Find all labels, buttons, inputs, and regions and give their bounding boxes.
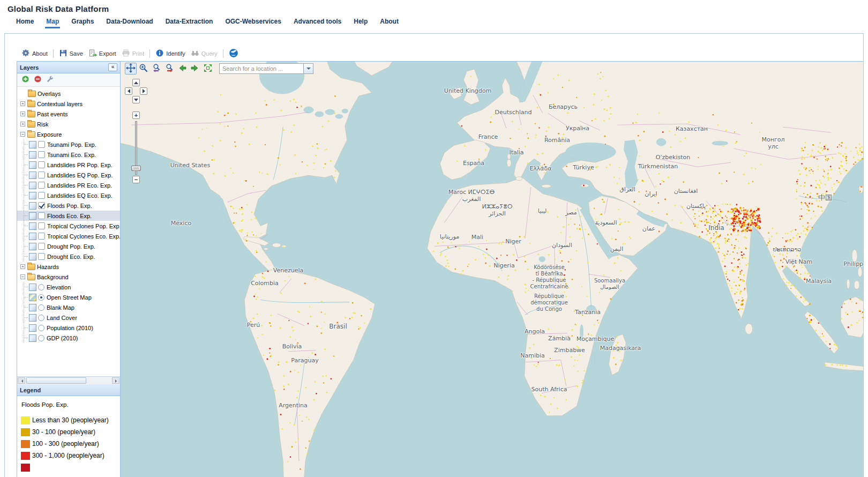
zoom-previous-tool[interactable] — [151, 63, 162, 74]
nav-graphs[interactable]: Graphs — [70, 17, 95, 28]
layer-settings-button[interactable] — [46, 76, 54, 84]
layer-radio[interactable] — [38, 304, 44, 311]
tree-item-hazards[interactable]: +Hazards — [17, 262, 120, 272]
remove-layer-button[interactable] — [33, 76, 42, 84]
expander-minus[interactable]: − — [20, 132, 25, 137]
tree-item-population-2010[interactable]: Population (2010) — [17, 323, 120, 333]
identify-button[interactable]: Identify — [153, 47, 188, 60]
expander-plus[interactable]: + — [20, 122, 25, 126]
tree-item-tsunami-eco-exp[interactable]: Tsunami Eco. Exp. — [17, 150, 120, 160]
layer-radio[interactable] — [38, 284, 44, 290]
tree-elbow — [20, 200, 29, 211]
tree-item-contextual-layers[interactable]: +Contextual layers — [17, 99, 120, 109]
max-extent-button[interactable] — [202, 63, 214, 74]
tree-item-tsunami-pop-exp[interactable]: Tsunami Pop. Exp. — [17, 139, 120, 150]
tree-item-drought-pop-exp[interactable]: Drought Pop. Exp. — [17, 241, 120, 251]
tree-item-tropical-cyclones-eco-exp[interactable]: Tropical Cyclones Eco. Exp. — [17, 231, 120, 241]
tree-item-tropical-cyclones-pop-exp[interactable]: Tropical Cyclones Pop. Exp. — [17, 221, 120, 231]
tree-item-blank-map[interactable]: Blank Map — [17, 302, 120, 312]
google-earth-button[interactable] — [226, 47, 241, 61]
map-viewport[interactable]: United KingdomБеларусьDeutschlandУкраїна… — [121, 61, 863, 477]
zoom-slider-handle[interactable] — [131, 166, 141, 171]
layer-checkbox[interactable] — [38, 192, 45, 199]
scroll-right-button[interactable] — [112, 377, 119, 384]
nav-advanced-tools[interactable]: Advanced tools — [293, 17, 342, 28]
history-back-button[interactable] — [176, 63, 188, 74]
pan-east-button[interactable] — [140, 87, 147, 95]
nav-data-extraction[interactable]: Data-Extraction — [164, 17, 214, 28]
expander-plus[interactable]: + — [20, 264, 25, 269]
expander-minus[interactable]: − — [20, 274, 25, 279]
scroll-left-button[interactable] — [18, 377, 25, 384]
tree-item-drought-eco-exp[interactable]: Drought Eco. Exp. — [17, 251, 120, 262]
tree-horizontal-scrollbar[interactable] — [17, 376, 120, 384]
tree-elbow — [20, 160, 29, 170]
export-button[interactable]: Export — [86, 47, 119, 60]
tree-item-past-events[interactable]: +Past events — [17, 109, 120, 119]
zoom-in-button[interactable]: + — [132, 111, 140, 119]
history-forward-button[interactable] — [189, 63, 201, 74]
layer-checkbox[interactable] — [38, 141, 45, 148]
expander-plus[interactable]: + — [20, 111, 25, 116]
scrollbar-thumb[interactable] — [26, 377, 86, 384]
nav-help[interactable]: Help — [353, 17, 369, 28]
zoom-out-button[interactable]: − — [132, 176, 140, 183]
save-button[interactable]: Save — [56, 47, 86, 60]
layer-radio[interactable] — [38, 315, 44, 321]
add-layer-button[interactable] — [21, 76, 29, 84]
nav-map[interactable]: Map — [45, 17, 60, 28]
tree-item-landslides-eq-pop-exp[interactable]: Landslides EQ Pop. Exp. — [17, 170, 120, 180]
tree-item-floods-pop-exp[interactable]: Floods Pop. Exp. — [17, 200, 120, 211]
layer-radio[interactable] — [38, 335, 44, 341]
tree-item-elevation[interactable]: Elevation — [17, 282, 120, 292]
tree-item-landslides-pr-pop-exp[interactable]: Landslides PR Pop. Exp. — [17, 160, 120, 170]
collapse-panel-button[interactable]: « — [108, 63, 117, 71]
layer-checkbox[interactable] — [38, 172, 45, 178]
combo-dropdown-trigger[interactable] — [304, 63, 313, 74]
toolbar-separator — [149, 49, 150, 58]
tree-item-overlays[interactable]: Overlays — [17, 88, 120, 99]
nav-home[interactable]: Home — [15, 17, 35, 28]
export-label: Export — [99, 50, 116, 57]
legend-label: 300 - 1,000 (people/year) — [32, 452, 104, 459]
layer-checkbox[interactable] — [38, 161, 45, 168]
pan-south-button[interactable] — [132, 96, 140, 103]
location-search-input[interactable] — [219, 63, 304, 74]
layer-icon — [29, 324, 36, 332]
layer-checkbox[interactable] — [38, 233, 45, 240]
tree-item-risk[interactable]: +Risk — [17, 119, 120, 129]
query-button[interactable]: Query — [188, 47, 220, 60]
print-button[interactable]: Print — [119, 47, 147, 60]
expander-plus[interactable]: + — [20, 101, 25, 106]
layer-checkbox[interactable] — [38, 222, 45, 229]
nav-ogc-webservices[interactable]: OGC-Webservices — [224, 17, 282, 28]
layer-checkbox[interactable] — [38, 212, 45, 219]
pan-tool[interactable] — [125, 63, 137, 74]
nav-about[interactable]: About — [379, 17, 400, 28]
tree-item-floods-eco-exp[interactable]: Floods Eco. Exp. — [17, 211, 120, 221]
layer-radio[interactable] — [38, 325, 44, 331]
tree-item-landslides-pr-eco-exp[interactable]: Landslides PR Eco. Exp. — [17, 180, 120, 190]
tree-item-label: Landslides EQ Eco. Exp. — [47, 192, 113, 199]
layer-checkbox[interactable] — [38, 202, 45, 209]
zoom-next-tool[interactable] — [163, 63, 175, 74]
tree-item-landslides-eq-eco-exp[interactable]: Landslides EQ Eco. Exp. — [17, 190, 120, 200]
tree-item-open-street-map[interactable]: Open Street Map — [17, 292, 120, 302]
nav-data-download[interactable]: Data-Download — [105, 17, 154, 28]
zoom-in-tool[interactable] — [138, 63, 149, 74]
pan-west-button[interactable] — [125, 87, 132, 95]
tree-item-exposure[interactable]: −Exposure — [17, 129, 120, 139]
layer-checkbox[interactable] — [38, 253, 45, 260]
layer-checkbox[interactable] — [38, 151, 45, 158]
tree-item-land-cover[interactable]: Land Cover — [17, 312, 120, 323]
legend-swatch — [21, 428, 30, 436]
tree-item-gdp-2010[interactable]: GDP (2010) — [17, 333, 120, 343]
about-button[interactable]: About — [19, 47, 50, 60]
tree-item-background[interactable]: −Background — [17, 272, 120, 282]
layer-checkbox[interactable] — [38, 243, 45, 250]
layers-panel-title: Layers — [20, 64, 39, 71]
wrench-icon — [46, 75, 54, 85]
layer-checkbox[interactable] — [38, 182, 45, 189]
pan-north-button[interactable] — [132, 79, 140, 86]
layer-radio[interactable] — [38, 294, 44, 301]
